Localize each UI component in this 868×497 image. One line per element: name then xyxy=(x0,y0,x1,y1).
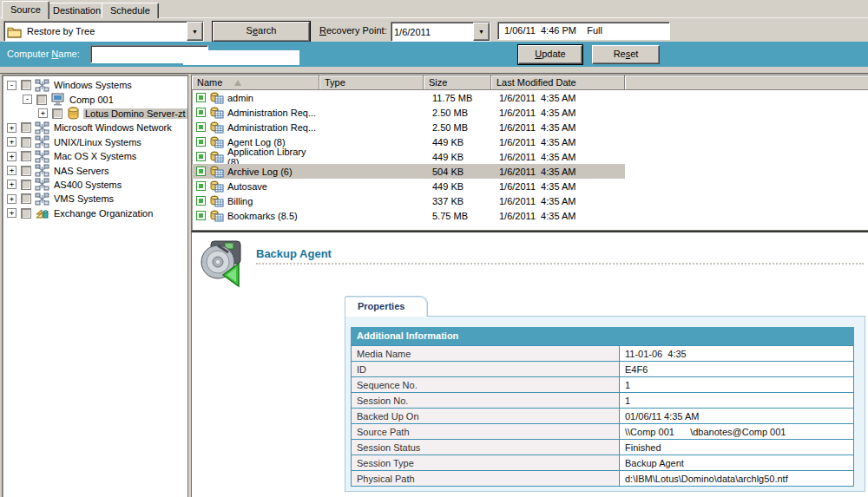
property-label: Session No. xyxy=(352,393,620,409)
include-checkbox-icon[interactable] xyxy=(196,137,206,147)
property-label: Source Path xyxy=(352,424,620,440)
tree-item-lotus-domino-server[interactable]: + Lotus Domino Server-zt xyxy=(7,107,187,121)
include-checkbox-icon[interactable] xyxy=(196,181,206,191)
session-detail-panel: Backup Agent Properties Additional Infor… xyxy=(191,231,868,497)
property-label: ID xyxy=(352,362,620,377)
table-row: Session Status Finished xyxy=(352,440,854,455)
tree-item-mac-os-x-systems[interactable]: + Mac OS X Systems xyxy=(7,149,187,163)
tree-checkbox[interactable] xyxy=(21,80,31,90)
table-row[interactable]: Administration Req... 2.50 MB 1/6/2011 4… xyxy=(192,105,868,120)
expand-toggle-icon[interactable]: + xyxy=(7,208,16,218)
property-value: \\Comp 001 \dbanotes@Comp 001 xyxy=(620,424,854,440)
collapse-toggle-icon[interactable]: - xyxy=(7,81,16,90)
table-row: Session No. 1 xyxy=(352,393,854,409)
tree-checkbox[interactable] xyxy=(21,166,31,176)
column-header-modified[interactable]: Last Modified Date xyxy=(491,75,625,90)
table-row[interactable]: Administration Req... 2.50 MB 1/6/2011 4… xyxy=(192,120,868,134)
expand-toggle-icon[interactable]: + xyxy=(7,152,16,161)
expand-toggle-icon[interactable]: + xyxy=(7,137,16,147)
tree-checkbox[interactable] xyxy=(36,95,47,105)
table-row[interactable]: Billing 337 KB 1/6/2011 4:35 AM xyxy=(192,193,868,208)
recovery-point-dropdown-icon[interactable]: ▼ xyxy=(473,23,490,41)
column-header-type[interactable]: Type xyxy=(319,75,424,90)
tree-item-comp-001[interactable]: - Comp 001 xyxy=(7,92,187,106)
file-list-header: Name Type Size Last Modified Date xyxy=(192,75,868,90)
computer-icon xyxy=(50,93,65,106)
table-row[interactable]: Autosave 449 KB 1/6/2011 4:35 AM xyxy=(192,179,868,193)
detail-title: Backup Agent xyxy=(256,247,332,260)
network-icon xyxy=(35,79,49,92)
tab-source[interactable]: Source xyxy=(2,1,49,19)
network-icon xyxy=(35,150,49,163)
include-checkbox-icon[interactable] xyxy=(196,93,206,102)
tab-schedule[interactable]: Schedule xyxy=(102,3,159,18)
column-header-name[interactable]: Name xyxy=(192,75,319,90)
recovery-time-field[interactable]: 1/06/11 4:46 PM Full xyxy=(497,22,670,40)
recovery-point-value: 1/6/2011 xyxy=(391,27,473,37)
restore-manager-window: Source Destination Schedule Restore by T… xyxy=(0,0,868,497)
include-checkbox-icon[interactable] xyxy=(196,167,206,176)
include-checkbox-icon[interactable] xyxy=(196,122,206,132)
table-row: Sequence No. 1 xyxy=(352,377,854,393)
table-row: Source Path \\Comp 001 \dbanotes@Comp 00… xyxy=(352,424,854,440)
expand-toggle-icon[interactable]: + xyxy=(7,180,16,189)
computer-name-input[interactable] xyxy=(183,50,299,65)
tree-checkbox[interactable] xyxy=(21,193,31,204)
include-checkbox-icon[interactable] xyxy=(196,152,206,161)
table-row-selected[interactable]: Archive Log (6) 504 KB 1/6/2011 4:35 AM xyxy=(192,164,868,179)
column-header-size[interactable]: Size xyxy=(424,75,491,90)
property-label: Physical Path xyxy=(352,471,620,487)
reset-button[interactable]: Reset xyxy=(592,45,660,64)
database-table-icon xyxy=(210,151,224,163)
database-table-icon xyxy=(210,92,224,104)
restore-mode-select[interactable]: Restore by Tree ▼ xyxy=(3,21,204,42)
include-checkbox-icon[interactable] xyxy=(196,211,206,220)
tab-properties[interactable]: Properties xyxy=(345,296,428,317)
update-button[interactable]: Update xyxy=(518,45,582,64)
tree-item-microsoft-windows-network[interactable]: + Microsoft Windows Network xyxy=(7,121,187,134)
expand-toggle-icon[interactable]: + xyxy=(7,123,16,133)
tab-destination[interactable]: Destination xyxy=(44,3,109,18)
tree-item-unix-linux-systems[interactable]: + UNIX/Linux Systems xyxy=(7,135,187,149)
source-tree: - Windows Systems - xyxy=(2,75,188,497)
panel-divider-top xyxy=(0,73,868,74)
expand-toggle-icon[interactable]: + xyxy=(7,166,16,175)
tree-item-vms-systems[interactable]: + VMS Systems xyxy=(7,192,187,206)
include-checkbox-icon[interactable] xyxy=(196,196,206,206)
table-row[interactable]: Application Library (8) 449 KB 1/6/2011 … xyxy=(192,149,868,164)
tree-item-exchange-organization[interactable]: + Exchange Organization xyxy=(7,206,187,220)
tree-checkbox[interactable] xyxy=(52,108,62,119)
tree-item-as400-systems[interactable]: + AS400 Systems xyxy=(7,178,187,192)
expand-toggle-icon[interactable]: + xyxy=(38,108,48,118)
network-icon xyxy=(35,164,49,177)
file-list: Name Type Size Last Modified Date admin xyxy=(191,75,868,231)
property-value: 11-01-06 4:35 xyxy=(620,346,854,362)
tree-checkbox[interactable] xyxy=(21,151,31,161)
title-divider xyxy=(256,263,864,265)
recovery-point-select[interactable]: 1/6/2011 ▼ xyxy=(391,22,490,42)
tree-checkbox[interactable] xyxy=(21,208,31,219)
database-table-icon xyxy=(210,180,224,193)
include-checkbox-icon[interactable] xyxy=(196,108,206,117)
table-row[interactable]: admin 11.75 MB 1/6/2011 4:35 AM xyxy=(192,90,868,105)
database-table-icon xyxy=(210,121,224,134)
property-value: 01/06/11 4:35 AM xyxy=(620,409,854,424)
expand-toggle-icon[interactable]: + xyxy=(7,194,16,204)
hard-disk-icon xyxy=(199,238,247,288)
property-value: E4F6 xyxy=(620,362,854,377)
collapse-toggle-icon[interactable]: - xyxy=(23,95,32,104)
tree-item-windows-systems[interactable]: - Windows Systems xyxy=(7,78,187,92)
tree-checkbox[interactable] xyxy=(21,137,31,147)
property-value: d:\IBM\Lotus\Domino\data\archlg50.ntf xyxy=(620,471,854,487)
folder-icon xyxy=(7,25,22,38)
restore-mode-dropdown-icon[interactable]: ▼ xyxy=(187,22,203,41)
network-icon xyxy=(35,193,49,206)
tree-checkbox[interactable] xyxy=(21,122,31,133)
property-label: Sequence No. xyxy=(352,377,620,393)
table-row[interactable]: Bookmarks (8.5) 5.75 MB 1/6/2011 4:35 AM xyxy=(192,208,868,223)
property-value: 1 xyxy=(620,377,854,393)
tree-item-nas-servers[interactable]: + NAS Servers xyxy=(7,163,187,177)
search-button[interactable]: Search xyxy=(213,22,310,42)
tree-checkbox[interactable] xyxy=(21,180,31,190)
table-row: ID E4F6 xyxy=(352,362,854,377)
